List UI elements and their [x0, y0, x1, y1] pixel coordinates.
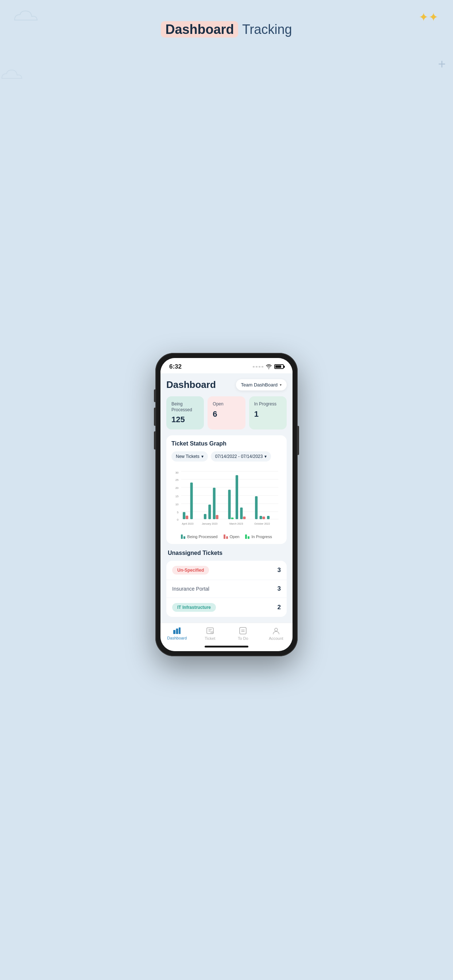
svg-rect-26 — [255, 496, 257, 519]
ticket-type-filter[interactable]: New Tickets ▾ — [171, 451, 208, 461]
nav-todo[interactable]: To Do — [226, 627, 260, 641]
bottom-nav: Dashboard Ticket To D — [161, 623, 292, 643]
unassigned-section: Unassigned Tickets Un-Specified 3 Insura… — [166, 550, 287, 617]
ticket-nav-label: Ticket — [205, 636, 215, 641]
svg-text:5: 5 — [177, 511, 179, 514]
account-nav-icon — [272, 627, 280, 635]
page-title-normal: Tracking — [242, 22, 292, 37]
open-value: 6 — [213, 409, 240, 419]
svg-rect-36 — [179, 627, 180, 634]
chart-filters: New Tickets ▾ 07/14/2022 - 07/14/2023 ▾ — [171, 451, 282, 461]
unassigned-row-insurance[interactable]: Insurance Portal 3 — [166, 580, 287, 598]
home-indicator — [161, 643, 292, 651]
svg-rect-35 — [176, 628, 179, 634]
unassigned-row-unspecified[interactable]: Un-Specified 3 — [166, 561, 287, 580]
open-card: Open 6 — [207, 396, 245, 430]
insurance-portal-count: 3 — [278, 585, 281, 592]
svg-rect-16 — [190, 483, 193, 519]
side-button-left-3 — [154, 431, 155, 450]
svg-rect-34 — [173, 630, 175, 634]
dashboard-nav-icon — [173, 627, 181, 635]
svg-rect-21 — [228, 490, 231, 519]
account-nav-label: Account — [269, 636, 283, 641]
unassigned-card: Un-Specified 3 Insurance Portal 3 IT Inf… — [166, 561, 287, 617]
svg-rect-14 — [183, 512, 185, 520]
open-label: Open — [213, 401, 240, 407]
dashboard-nav-label: Dashboard — [167, 636, 187, 640]
team-dashboard-dropdown[interactable]: Team DashBoard ▾ — [236, 379, 287, 390]
svg-rect-25 — [243, 517, 246, 519]
legend-open: Open — [223, 535, 239, 539]
app-header: Dashboard Team DashBoard ▾ — [166, 379, 287, 390]
stats-row: Being Processed 125 Open 6 In Progress 1 — [166, 396, 287, 430]
svg-rect-27 — [260, 516, 262, 519]
svg-rect-43 — [239, 627, 246, 634]
svg-rect-28 — [263, 517, 265, 519]
ticket-type-label: New Tickets — [176, 454, 199, 459]
svg-rect-29 — [267, 516, 270, 519]
team-dropdown-label: Team DashBoard — [241, 382, 278, 388]
svg-rect-20 — [216, 515, 219, 520]
svg-text:20: 20 — [175, 486, 179, 490]
svg-text:January 2023: January 2023 — [202, 522, 217, 525]
svg-text:25: 25 — [175, 478, 179, 482]
cloud-decoration-icon — [11, 7, 48, 22]
date-range-arrow: ▾ — [265, 454, 266, 459]
status-bar: 6:32 — [161, 358, 292, 373]
home-bar — [205, 646, 248, 648]
cloud2-decoration-icon — [0, 65, 29, 80]
in-progress-card: In Progress 1 — [249, 396, 287, 430]
nav-account[interactable]: Account — [260, 627, 293, 641]
svg-rect-18 — [208, 504, 211, 519]
svg-text:April 2023: April 2023 — [182, 522, 193, 525]
chart-legend: Being Processed Open — [171, 535, 282, 539]
unassigned-row-it[interactable]: IT Infrastructure 2 — [166, 598, 287, 617]
ticket-nav-icon — [206, 627, 214, 635]
side-button-left-1 — [154, 390, 155, 402]
phone-screen: 6:32 — [161, 358, 292, 651]
signal-icon — [253, 366, 263, 368]
in-progress-label: In Progress — [254, 401, 282, 407]
being-processed-value: 125 — [171, 415, 199, 425]
todo-nav-label: To Do — [238, 636, 248, 641]
in-progress-value: 1 — [254, 409, 282, 419]
unassigned-title: Unassigned Tickets — [166, 550, 287, 556]
legend-in-progress-label: In Progress — [251, 535, 272, 539]
chart-section: Ticket Status Graph New Tickets ▾ 07/14/… — [166, 435, 287, 544]
svg-text:March 2023: March 2023 — [230, 522, 243, 525]
svg-text:October 2022: October 2022 — [254, 522, 270, 525]
svg-rect-17 — [204, 514, 206, 519]
legend-being-processed-label: Being Processed — [187, 535, 217, 539]
wifi-icon — [266, 364, 272, 369]
being-processed-card: Being Processed 125 — [166, 396, 204, 430]
battery-icon — [274, 364, 284, 369]
page-title-highlight: Dashboard — [161, 21, 238, 38]
legend-open-label: Open — [230, 535, 239, 539]
app-title: Dashboard — [166, 379, 216, 390]
svg-rect-24 — [240, 508, 242, 519]
svg-text:30: 30 — [175, 471, 179, 474]
being-processed-label: Being Processed — [171, 401, 199, 413]
chart-title: Ticket Status Graph — [171, 441, 282, 447]
chart-area: 0 5 10 15 20 25 30 — [171, 466, 282, 531]
date-range-filter[interactable]: 07/14/2022 - 07/14/2023 ▾ — [211, 451, 271, 461]
nav-ticket[interactable]: Ticket — [194, 627, 227, 641]
todo-nav-icon — [239, 627, 247, 635]
app-content: Dashboard Team DashBoard ▾ Being Process… — [161, 373, 292, 617]
svg-text:10: 10 — [175, 503, 179, 506]
nav-dashboard[interactable]: Dashboard — [161, 627, 194, 640]
dropdown-arrow-icon: ▾ — [280, 383, 282, 387]
legend-being-processed: Being Processed — [181, 535, 217, 539]
ticket-type-arrow: ▾ — [201, 454, 204, 459]
date-range-label: 07/14/2022 - 07/14/2023 — [215, 454, 263, 459]
side-button-right-2 — [298, 426, 299, 455]
svg-rect-15 — [186, 515, 188, 519]
svg-text:15: 15 — [175, 495, 179, 498]
svg-text:0: 0 — [177, 518, 179, 521]
plus-decoration-icon: + — [438, 57, 446, 72]
unspecified-tag: Un-Specified — [172, 566, 209, 574]
page-title-area: Dashboard Tracking — [0, 22, 453, 37]
status-icons — [253, 364, 284, 369]
unspecified-count: 3 — [278, 566, 281, 574]
status-time: 6:32 — [169, 363, 182, 371]
